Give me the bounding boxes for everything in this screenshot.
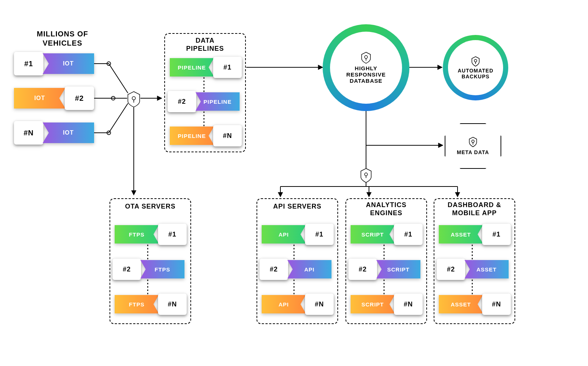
ota-tag-2: #2	[112, 259, 141, 280]
api-tag-2: #2	[259, 259, 288, 280]
pipelines-title: DATA PIPELINES	[165, 37, 245, 53]
analytics-ribbon-n: SCRIPT	[351, 295, 395, 313]
metadata-label: META DATA	[457, 149, 489, 155]
pipeline-tag-n: #N	[213, 125, 242, 146]
ota-item-n: FTPS #N	[115, 295, 184, 313]
api-item-n: API #N	[262, 295, 331, 313]
svg-point-2	[111, 96, 115, 100]
vehicle-item-2: IOT #2	[17, 88, 96, 109]
vehicle-item-1: #1 IOT	[17, 53, 96, 74]
database-ring: HIGHLY RESPONSIVE DATABASE	[323, 24, 409, 111]
analytics-tag-1: #1	[394, 224, 423, 245]
pipeline-ribbon-n: PIPELINE	[170, 127, 214, 145]
pipeline-tag-2: #2	[168, 91, 196, 112]
api-tag-n: #N	[305, 294, 334, 315]
analytics-tag-n: #N	[394, 294, 423, 315]
metadata-node: META DATA	[445, 123, 501, 169]
lock-shield-icon	[469, 137, 477, 147]
vehicle-tag-2: #2	[65, 86, 94, 110]
analytics-item-1: SCRIPT #1	[351, 225, 420, 244]
dashboard-item-1: ASSET #1	[439, 225, 509, 244]
ota-tag-1: #1	[158, 224, 187, 245]
api-item-2: #2 API	[262, 260, 331, 278]
ota-item-1: FTPS #1	[115, 225, 184, 244]
shield-icon	[128, 92, 140, 107]
api-title: API SERVERS	[257, 203, 337, 211]
dashboard-tag-1: #1	[482, 224, 511, 245]
svg-point-0	[132, 97, 136, 100]
ota-ribbon-n: FTPS	[115, 295, 159, 313]
vehicle-tag-n: #N	[14, 121, 43, 145]
pipeline-ribbon-2: PIPELINE	[196, 92, 240, 111]
dashboard-tag-n: #N	[482, 294, 511, 315]
dashboard-ribbon-n: ASSET	[439, 295, 483, 313]
pipeline-item-n: PIPELINE #N	[170, 127, 240, 145]
svg-point-3	[107, 131, 111, 135]
ota-ribbon-2: FTPS	[140, 260, 184, 278]
svg-point-4	[365, 173, 368, 176]
svg-point-1	[107, 62, 111, 65]
vehicle-ribbon-1: IOT	[43, 53, 94, 74]
vehicle-ribbon-n: IOT	[43, 122, 94, 143]
ota-ribbon-1: FTPS	[115, 225, 159, 244]
api-item-1: API #1	[262, 225, 331, 244]
dashboard-tag-2: #2	[437, 259, 465, 280]
backups-ring: AUTOMATED BACKUPS	[443, 35, 508, 100]
ota-title: OTA SERVERS	[110, 203, 190, 211]
pipeline-item-1: PIPELINE #1	[170, 58, 240, 77]
pipeline-tag-1: #1	[213, 57, 242, 78]
shield-icon	[361, 168, 371, 182]
analytics-ribbon-1: SCRIPT	[351, 225, 395, 244]
analytics-item-n: SCRIPT #N	[351, 295, 420, 313]
analytics-tag-2: #2	[348, 259, 377, 280]
dashboard-title: DASHBOARD & MOBILE APP	[434, 201, 514, 217]
vehicle-ribbon-2: IOT	[14, 88, 65, 109]
analytics-item-2: #2 SCRIPT	[351, 260, 420, 278]
dashboard-item-2: #2 ASSET	[439, 260, 509, 278]
vehicle-tag-1: #1	[14, 52, 43, 75]
pipeline-ribbon-1: PIPELINE	[170, 58, 214, 77]
api-ribbon-1: API	[262, 225, 306, 244]
analytics-ribbon-2: SCRIPT	[376, 260, 420, 278]
ota-tag-n: #N	[158, 294, 187, 315]
ota-item-2: #2 FTPS	[115, 260, 184, 278]
vehicles-title: MILLIONS OF VEHICLES	[26, 29, 99, 48]
dashboard-ribbon-1: ASSET	[439, 225, 483, 244]
architecture-diagram: MILLIONS OF VEHICLES #1 IOT IOT #2 #N IO…	[0, 0, 588, 366]
database-label: HIGHLY RESPONSIVE DATABASE	[346, 65, 386, 84]
api-ribbon-n: API	[262, 295, 306, 313]
shield-icon	[471, 56, 480, 67]
dashboard-ribbon-2: ASSET	[465, 260, 509, 278]
shield-icon	[361, 52, 371, 64]
dashboard-item-n: ASSET #N	[439, 295, 509, 313]
analytics-title: ANALYTICS ENGINES	[346, 201, 426, 217]
pipeline-item-2: #2 PIPELINE	[170, 92, 240, 111]
api-ribbon-2: API	[287, 260, 331, 278]
backups-label: AUTOMATED BACKUPS	[458, 68, 493, 79]
api-tag-1: #1	[305, 224, 334, 245]
vehicle-item-n: #N IOT	[17, 122, 96, 143]
